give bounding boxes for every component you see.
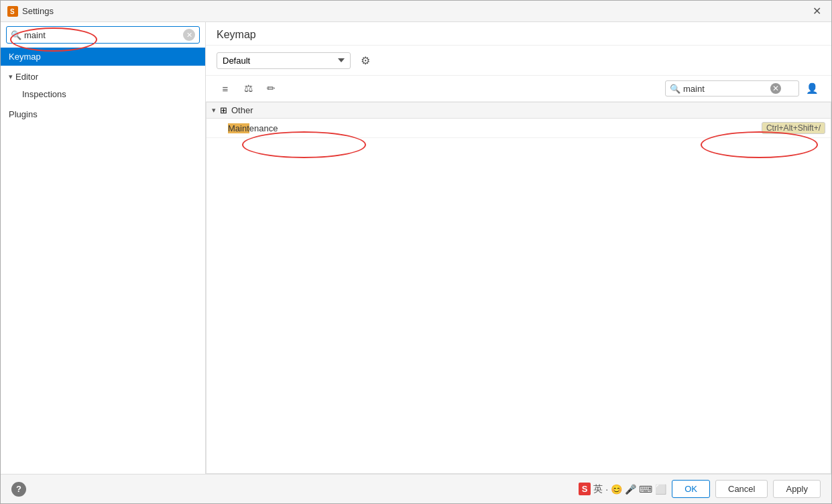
titlebar: S Settings ✕ — [1, 1, 831, 22]
result-row-maintenance[interactable]: Maintenance Ctrl+Alt+Shift+/ — [206, 119, 831, 138]
panel-title: Keymap — [217, 29, 256, 40]
apply-button[interactable]: Apply — [773, 480, 821, 498]
result-group-other[interactable]: ▾ ⊞ Other — [206, 103, 831, 119]
edit-icon: ✏ — [267, 82, 276, 94]
sidebar: 🔍 ✕ Keymap ▾ Editor Inspections — [1, 22, 206, 474]
main-panel: Keymap Default Eclipse Emacs NetBeans 6.… — [206, 22, 831, 474]
svg-text:S: S — [10, 8, 15, 15]
footer: ? S 英 · 😊 🎤 ⌨ ⬜ OK Cancel Apply — [1, 474, 831, 503]
keymap-search-icon: 🔍 — [670, 84, 680, 94]
app-icon: S — [7, 6, 18, 17]
taskbar-icon-keyboard: ⌨ — [639, 484, 652, 495]
toolbar-row: ≡ ⚖ ✏ 🔍 ✕ 👤 — [206, 76, 831, 102]
group-chevron-icon: ▾ — [212, 106, 216, 115]
result-name-maintenance: Maintenance — [228, 123, 278, 133]
sidebar-item-inspections-label: Inspections — [22, 89, 66, 99]
result-name-suffix: enance — [249, 123, 278, 133]
sidebar-item-keymap-label: Keymap — [9, 52, 41, 62]
collapse-all-button[interactable]: ≡ — [217, 80, 234, 97]
settings-window: S Settings ✕ 🔍 ✕ Keymap — [0, 0, 832, 504]
taskbar-icon-s: S — [579, 483, 591, 495]
results-area: ▾ ⊞ Other Maintenance Ctrl+Alt+Shift+/ — [206, 102, 831, 474]
taskbar-icon-dot: · — [605, 484, 608, 495]
toolbar-left: ≡ ⚖ ✏ — [217, 80, 280, 97]
main-content: 🔍 ✕ Keymap ▾ Editor Inspections — [1, 22, 831, 474]
sidebar-item-plugins-label: Plugins — [9, 109, 38, 119]
help-button[interactable]: ? — [11, 482, 26, 497]
result-name-highlight: Maint — [228, 123, 249, 133]
filter-button[interactable]: ⚖ — [239, 80, 257, 97]
panel-header: Keymap — [206, 22, 831, 46]
taskbar-icon-box: ⬜ — [655, 484, 666, 495]
taskbar-icon-mic: 🎤 — [625, 484, 636, 495]
taskbar-icon-lang: 英 — [593, 483, 603, 495]
sidebar-nav: Keymap ▾ Editor Inspections ⧉ Plugins — [1, 48, 205, 474]
sidebar-item-inspections[interactable]: Inspections ⧉ — [1, 85, 205, 103]
filter-icon: ⚖ — [244, 82, 253, 94]
window-title: Settings — [22, 6, 54, 16]
sidebar-item-plugins[interactable]: Plugins — [1, 106, 205, 123]
close-button[interactable]: ✕ — [809, 3, 825, 19]
sidebar-search-clear-button[interactable]: ✕ — [183, 29, 195, 41]
shortcut-badge: Ctrl+Alt+Shift+/ — [762, 122, 825, 134]
find-in-list-icon: 👤 — [806, 82, 819, 94]
keymap-search-input[interactable] — [683, 84, 770, 94]
sidebar-group-editor: ▾ Editor Inspections ⧉ — [1, 66, 205, 106]
edit-button[interactable]: ✏ — [262, 80, 280, 97]
group-icon: ⊞ — [220, 105, 227, 115]
taskbar-icon-emoji: 😊 — [611, 484, 622, 495]
keymap-search-clear-button[interactable]: ✕ — [770, 83, 781, 94]
find-in-list-button[interactable]: 👤 — [803, 80, 821, 97]
sidebar-search-input[interactable] — [24, 30, 183, 40]
titlebar-left: S Settings — [7, 6, 54, 17]
group-name: Other — [231, 105, 253, 115]
keymap-dropdown[interactable]: Default Eclipse Emacs NetBeans 6.5 — [217, 52, 351, 69]
footer-right: S 英 · 😊 🎤 ⌨ ⬜ OK Cancel Apply — [579, 480, 821, 498]
footer-left: ? — [11, 482, 26, 497]
sidebar-search-bar[interactable]: 🔍 ✕ — [6, 26, 200, 44]
editor-chevron-icon: ▾ — [9, 72, 13, 81]
cancel-button[interactable]: Cancel — [715, 480, 768, 498]
keymap-settings-button[interactable]: ⚙ — [356, 51, 375, 70]
sidebar-group-editor-header[interactable]: ▾ Editor — [1, 68, 205, 85]
sidebar-item-keymap[interactable]: Keymap — [1, 48, 205, 66]
taskbar-icons: S 英 · 😊 🎤 ⌨ ⬜ — [579, 483, 667, 495]
toolbar-right: 🔍 ✕ 👤 — [665, 80, 821, 97]
sidebar-item-editor-label: Editor — [15, 72, 38, 82]
keymap-search-bar[interactable]: 🔍 ✕ — [665, 80, 799, 97]
collapse-all-icon: ≡ — [223, 83, 229, 94]
keymap-selector-row: Default Eclipse Emacs NetBeans 6.5 ⚙ — [206, 46, 831, 76]
ok-button[interactable]: OK — [672, 480, 710, 498]
sidebar-search-icon: 🔍 — [11, 30, 21, 40]
